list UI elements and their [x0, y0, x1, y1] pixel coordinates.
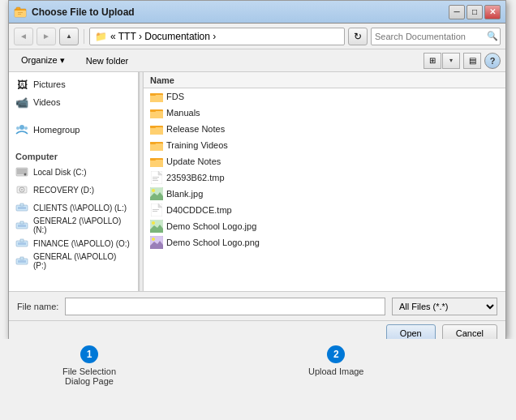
annotation-label-2: Upload Image: [308, 366, 364, 376]
svg-rect-39: [150, 160, 163, 167]
folder-icon: [150, 139, 163, 152]
file-list-panel: Name FDS: [144, 72, 505, 291]
svg-point-13: [21, 189, 23, 191]
sidebar-item-label: RECOVERY (D:): [33, 186, 94, 195]
nav-separator: [84, 29, 84, 44]
sidebar-item-recovery-d[interactable]: RECOVERY (D:): [9, 181, 138, 199]
svg-rect-15: [18, 207, 26, 209]
local-disk-icon: [15, 165, 28, 178]
computer-section: Computer Local Disk (C:): [9, 142, 138, 270]
sidebar-item-local-disk-c[interactable]: Local Disk (C:): [9, 163, 138, 181]
sidebar-item-videos[interactable]: 📹 Videos: [9, 93, 138, 111]
help-button[interactable]: ?: [484, 53, 501, 69]
svg-rect-2: [16, 7, 20, 10]
list-item[interactable]: Training Videos: [144, 137, 505, 153]
preview-pane-button[interactable]: ▤: [463, 53, 481, 69]
svg-rect-16: [20, 204, 24, 206]
pictures-icon: 🖼: [15, 78, 28, 91]
list-item[interactable]: Update Notes: [144, 153, 505, 169]
file-name-label: File name:: [17, 302, 58, 311]
up-button[interactable]: ▲: [59, 28, 79, 45]
list-item[interactable]: Manuals: [144, 105, 505, 121]
navigation-bar: ◄ ► ▲ 📁 « TTT › Documentation › ↻ 🔍: [9, 24, 505, 49]
toolbar-right: ⊞ ▾ ▤ ?: [424, 53, 501, 69]
name-column-header: Name: [150, 75, 174, 85]
svg-point-6: [16, 126, 19, 130]
homegroup-icon: [15, 123, 28, 136]
videos-icon: 📹: [15, 96, 28, 109]
annotation-1: 1 File Selection Dialog Page: [49, 345, 130, 386]
image-icon: [150, 220, 163, 233]
document-icon: [150, 171, 163, 184]
annotation-label-1: File Selection Dialog Page: [49, 366, 130, 386]
svg-rect-52: [153, 209, 159, 210]
image-icon: [150, 187, 163, 200]
view-dropdown-button[interactable]: ▾: [442, 53, 460, 69]
svg-point-10: [24, 174, 27, 176]
file-upload-dialog: Choose File to Upload ─ □ ✕ ◄ ► ▲ 📁 « TT…: [8, 0, 506, 339]
view-mode-button[interactable]: ⊞: [424, 53, 441, 69]
breadcrumb[interactable]: 📁 « TTT › Documentation ›: [89, 28, 345, 45]
new-folder-button[interactable]: New folder: [79, 52, 136, 70]
folder-icon: [150, 90, 163, 103]
file-name: D40CDDCE.tmp: [166, 205, 232, 215]
svg-rect-44: [153, 178, 157, 179]
file-name-input[interactable]: [65, 298, 385, 315]
organize-button[interactable]: Organize ▾: [14, 52, 72, 70]
sidebar-item-clients-l[interactable]: CLIENTS (\\APOLLO) (L:): [9, 199, 138, 216]
left-panel: 🖼 Pictures 📹 Videos: [9, 72, 139, 291]
recovery-icon: [15, 183, 28, 196]
svg-rect-34: [150, 126, 156, 128]
maximize-button[interactable]: □: [467, 5, 483, 19]
homegroup-section: Homegroup: [9, 114, 138, 139]
sidebar-item-general-p[interactable]: GENERAL (\\APOLLO) (P:): [9, 252, 138, 270]
list-item[interactable]: D40CDDCE.tmp: [144, 202, 505, 218]
dialog-title: Choose File to Upload: [32, 6, 449, 18]
svg-rect-18: [18, 225, 26, 227]
file-name: Update Notes: [166, 156, 221, 166]
network-drive-icon-2: [15, 219, 28, 232]
svg-rect-28: [150, 93, 156, 96]
search-bar[interactable]: 🔍: [371, 28, 501, 45]
list-item[interactable]: Demo School Logo.jpg: [144, 218, 505, 234]
refresh-button[interactable]: ↻: [348, 28, 368, 45]
list-item[interactable]: 23593B62.tmp: [144, 169, 505, 186]
svg-rect-22: [20, 239, 24, 242]
file-list-header: Name: [144, 72, 505, 88]
sidebar-item-general2-n[interactable]: GENERAL2 (\\APOLLO) (N:): [9, 216, 138, 234]
folder-icon: [150, 122, 163, 135]
file-name: Training Videos: [166, 140, 228, 150]
sidebar-item-pictures[interactable]: 🖼 Pictures: [9, 75, 138, 93]
search-input[interactable]: [375, 32, 487, 41]
svg-rect-30: [150, 111, 163, 118]
svg-point-5: [19, 125, 24, 130]
minimize-button[interactable]: ─: [449, 5, 465, 19]
close-button[interactable]: ✕: [484, 5, 501, 19]
network-drive-icon-3: [15, 237, 28, 250]
computer-section-label: Computer: [9, 148, 138, 163]
svg-rect-4: [18, 14, 21, 15]
list-item[interactable]: Blank.jpg: [144, 186, 505, 202]
file-name: Blank.jpg: [166, 189, 203, 199]
sidebar-item-label: GENERAL (\\APOLLO) (P:): [33, 252, 131, 270]
sidebar-item-label: GENERAL2 (\\APOLLO) (N:): [33, 216, 131, 234]
forward-button[interactable]: ►: [37, 28, 56, 45]
folder-icon: [150, 155, 163, 168]
list-item[interactable]: Demo School Logo.png: [144, 234, 505, 251]
file-name: FDS: [166, 92, 184, 101]
svg-rect-33: [150, 127, 163, 135]
document-icon: [150, 204, 163, 216]
sidebar-item-label: Pictures: [33, 79, 66, 89]
back-button[interactable]: ◄: [14, 28, 33, 45]
network-drive-icon: [15, 201, 28, 214]
list-item[interactable]: Release Notes: [144, 121, 505, 137]
sidebar-item-finance-o[interactable]: FINANCE (\\APOLLO) (O:): [9, 234, 138, 252]
title-bar: Choose File to Upload ─ □ ✕: [9, 1, 505, 24]
sidebar-item-homegroup[interactable]: Homegroup: [9, 121, 138, 139]
sidebar-item-label: Local Disk (C:): [33, 168, 87, 177]
svg-point-48: [152, 189, 155, 192]
file-type-select[interactable]: All Files (*.*): [392, 298, 497, 315]
svg-point-56: [152, 221, 155, 225]
folder-icon: [150, 106, 163, 119]
list-item[interactable]: FDS: [144, 88, 505, 105]
